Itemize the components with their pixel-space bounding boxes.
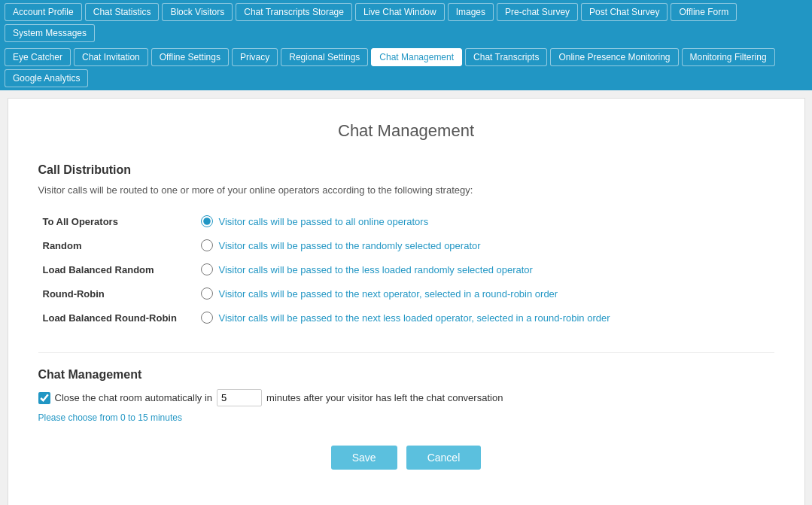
distribution-option-radio-cell: Visitor calls will be passed to the next…	[196, 281, 774, 306]
nav-top-pre-chat-survey[interactable]: Pre-chat Survey	[497, 3, 578, 21]
nav-top-block-visitors[interactable]: Block Visitors	[162, 3, 233, 21]
close-hint: Please choose from 0 to 15 minutes	[38, 412, 774, 423]
nav-top-images[interactable]: Images	[448, 3, 494, 21]
call-distribution-title: Call Distribution	[38, 163, 774, 177]
distribution-option-desc: Visitor calls will be passed to the next…	[219, 288, 558, 300]
close-label-post: minutes after your visitor has left the …	[266, 392, 503, 403]
close-minutes-input[interactable]	[217, 389, 262, 406]
distribution-option-desc: Visitor calls will be passed to all onli…	[219, 216, 429, 227]
distribution-row: Round-RobinVisitor calls will be passed …	[38, 281, 774, 306]
distribution-option-desc: Visitor calls will be passed to the next…	[219, 312, 610, 324]
nav-top-offline-form[interactable]: Offline Form	[671, 3, 737, 21]
nav-bottom-offline-settings[interactable]: Offline Settings	[151, 48, 229, 66]
nav-top-system-messages[interactable]: System Messages	[5, 24, 95, 42]
nav-bottom-google-analytics[interactable]: Google Analytics	[5, 69, 88, 87]
distribution-option-desc: Visitor calls will be passed to the less…	[219, 264, 533, 275]
nav-bottom-chat-invitation[interactable]: Chat Invitation	[74, 48, 148, 66]
cancel-button[interactable]: Cancel	[406, 446, 482, 470]
distribution-option-label: Round-Robin	[38, 281, 196, 306]
nav-bottom-monitoring-filtering[interactable]: Monitoring Filtering	[682, 48, 775, 66]
page-title: Chat Management	[38, 121, 774, 141]
distribution-radio-2[interactable]	[201, 263, 213, 275]
call-distribution-desc: Visitor calls will be routed to one or m…	[38, 184, 774, 196]
distribution-row: RandomVisitor calls will be passed to th…	[38, 233, 774, 257]
distribution-radio-1[interactable]	[201, 239, 213, 251]
auto-close-checkbox[interactable]	[38, 392, 50, 404]
distribution-radio-0[interactable]	[201, 215, 213, 227]
main-content: Chat Management Call Distribution Visito…	[8, 98, 805, 505]
nav-top-chat-transcripts-storage[interactable]: Chat Transcripts Storage	[236, 3, 352, 21]
nav-top-account-profile[interactable]: Account Profile	[5, 3, 82, 21]
save-button[interactable]: Save	[331, 446, 397, 470]
distribution-option-radio-cell: Visitor calls will be passed to all onli…	[196, 209, 774, 233]
distribution-option-radio-cell: Visitor calls will be passed to the rand…	[196, 233, 774, 257]
nav-bottom-eye-catcher[interactable]: Eye Catcher	[5, 48, 71, 66]
nav-bottom-chat-management[interactable]: Chat Management	[371, 48, 462, 66]
chat-management-section: Chat Management Close the chat room auto…	[38, 368, 774, 423]
nav-top-live-chat-window[interactable]: Live Chat Window	[355, 3, 445, 21]
distribution-row: Load Balanced Round-RobinVisitor calls w…	[38, 306, 774, 330]
section-divider	[38, 352, 774, 353]
bottom-nav: Eye CatcherChat InvitationOffline Settin…	[0, 45, 812, 90]
distribution-option-label: Random	[38, 233, 196, 257]
distribution-option-radio-cell: Visitor calls will be passed to the less…	[196, 257, 774, 281]
distribution-option-label: Load Balanced Random	[38, 257, 196, 281]
top-nav: Account ProfileChat StatisticsBlock Visi…	[0, 0, 812, 45]
distribution-option-desc: Visitor calls will be passed to the rand…	[219, 240, 481, 251]
chat-mgmt-title: Chat Management	[38, 368, 774, 382]
distribution-row: Load Balanced RandomVisitor calls will b…	[38, 257, 774, 281]
auto-close-row: Close the chat room automatically in min…	[38, 389, 774, 406]
nav-bottom-chat-transcripts[interactable]: Chat Transcripts	[465, 48, 547, 66]
nav-bottom-online-presence-monitoring[interactable]: Online Presence Monitoring	[550, 48, 678, 66]
close-label-pre: Close the chat room automatically in	[55, 392, 213, 403]
distribution-option-label: Load Balanced Round-Robin	[38, 306, 196, 330]
nav-top-post-chat-survey[interactable]: Post Chat Survey	[581, 3, 668, 21]
distribution-option-label: To All Operators	[38, 209, 196, 233]
button-row: Save Cancel	[38, 446, 774, 470]
nav-bottom-privacy[interactable]: Privacy	[232, 48, 278, 66]
distribution-row: To All OperatorsVisitor calls will be pa…	[38, 209, 774, 233]
distribution-radio-3[interactable]	[201, 287, 213, 300]
distribution-radio-4[interactable]	[201, 312, 213, 324]
nav-bottom-regional-settings[interactable]: Regional Settings	[281, 48, 368, 66]
nav-top-chat-statistics[interactable]: Chat Statistics	[85, 3, 160, 21]
distribution-option-radio-cell: Visitor calls will be passed to the next…	[196, 306, 774, 330]
distribution-table: To All OperatorsVisitor calls will be pa…	[38, 209, 774, 330]
